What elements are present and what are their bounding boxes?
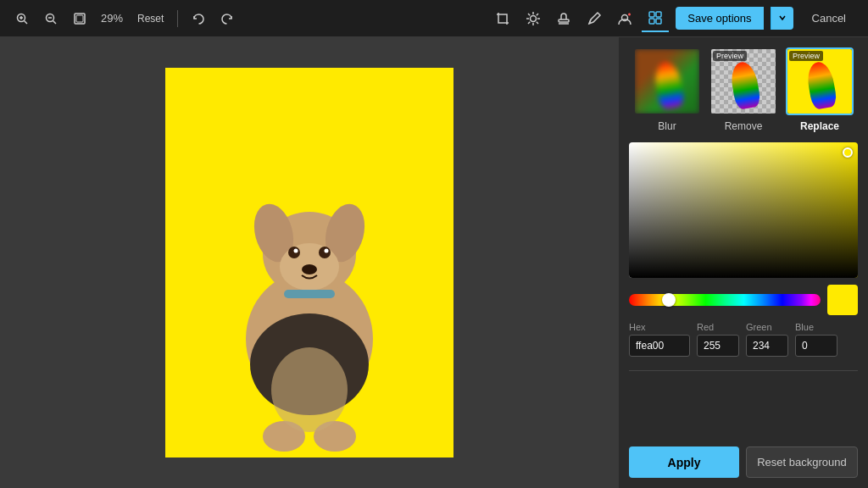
reset-zoom-button[interactable]: Reset	[132, 7, 169, 30]
replace-preview-badge: Preview	[789, 51, 823, 61]
remove-preview-badge: Preview	[713, 51, 747, 61]
svg-rect-26	[649, 19, 654, 24]
hex-input[interactable]	[629, 335, 690, 357]
blur-preset-label: Blur	[658, 120, 676, 132]
color-gradient-box[interactable]	[629, 142, 858, 278]
svg-rect-25	[656, 12, 661, 17]
canvas-area	[0, 37, 618, 488]
svg-line-1	[25, 20, 28, 24]
crop-tool-button[interactable]	[489, 5, 516, 32]
zoom-level: 29%	[97, 12, 127, 25]
red-input[interactable]	[697, 335, 739, 357]
svg-point-36	[324, 249, 328, 253]
undo-button[interactable]	[186, 7, 210, 30]
svg-line-16	[537, 14, 538, 15]
red-input-group: Red	[697, 322, 739, 357]
toolbar-left: 29% Reset	[10, 7, 482, 30]
svg-rect-8	[76, 15, 83, 22]
dog-image	[199, 136, 420, 458]
svg-point-34	[319, 247, 331, 258]
zoom-in-button[interactable]	[10, 7, 34, 30]
color-picker-cursor	[843, 147, 853, 158]
svg-point-35	[293, 249, 298, 253]
hex-label: Hex	[629, 322, 690, 332]
svg-rect-18	[559, 19, 569, 22]
frame-button[interactable]	[68, 7, 92, 30]
replace-preset-image: Preview	[786, 47, 854, 115]
blur-preset-image	[633, 47, 701, 115]
hue-slider-row	[629, 285, 858, 315]
remove-preset[interactable]: Preview Remove	[709, 47, 777, 132]
bottom-buttons: Apply Reset background	[629, 443, 858, 478]
blue-label: Blue	[795, 322, 837, 332]
svg-line-14	[528, 14, 530, 15]
color-swatch	[827, 285, 858, 315]
replace-preset[interactable]: Preview Replace	[786, 47, 854, 132]
hue-thumb	[662, 293, 676, 307]
apply-button[interactable]: Apply	[629, 446, 739, 478]
hue-slider[interactable]	[629, 294, 821, 306]
blue-input[interactable]	[795, 335, 837, 357]
toolbar-right: Save options Cancel	[676, 7, 858, 30]
cancel-button[interactable]: Cancel	[800, 7, 858, 30]
svg-point-9	[531, 15, 537, 21]
color-picker: Hex Red Green Blue	[629, 142, 858, 357]
replace-bg-tool-button[interactable]	[642, 5, 669, 32]
image-canvas	[165, 68, 453, 458]
pen-tool-button[interactable]	[581, 5, 608, 32]
hex-input-group: Hex	[629, 322, 690, 357]
remove-preset-image: Preview	[709, 47, 777, 115]
svg-line-5	[53, 20, 57, 24]
green-label: Green	[746, 322, 788, 332]
save-options-dropdown-button[interactable]	[771, 7, 793, 30]
main-area: Blur Preview Remove Preview Replace	[0, 37, 868, 488]
svg-line-15	[537, 21, 538, 23]
svg-rect-24	[649, 12, 654, 17]
svg-point-33	[288, 247, 300, 258]
remove-preset-label: Remove	[725, 120, 763, 132]
svg-point-37	[302, 264, 317, 274]
green-input[interactable]	[746, 335, 788, 357]
redo-button[interactable]	[215, 7, 239, 30]
red-label: Red	[697, 322, 739, 332]
toolbar-center	[489, 5, 669, 32]
blue-input-group: Blue	[795, 322, 837, 357]
green-input-group: Green	[746, 322, 788, 357]
toolbar-divider	[177, 10, 178, 27]
zoom-out-button[interactable]	[39, 7, 63, 30]
stamp-tool-button[interactable]	[550, 5, 577, 32]
color-inputs-row: Hex Red Green Blue	[629, 322, 858, 357]
svg-rect-27	[656, 19, 661, 24]
svg-rect-41	[284, 290, 335, 298]
presets-row: Blur Preview Remove Preview Replace	[629, 47, 858, 132]
svg-point-42	[271, 347, 348, 432]
blur-preset[interactable]: Blur	[633, 47, 701, 132]
save-options-button[interactable]: Save options	[676, 7, 763, 30]
right-panel: Blur Preview Remove Preview Replace	[618, 37, 868, 488]
replace-preset-label: Replace	[800, 120, 839, 132]
svg-line-17	[528, 21, 530, 23]
panel-divider	[629, 370, 858, 371]
reset-background-button[interactable]: Reset background	[746, 446, 858, 478]
main-toolbar: 29% Reset	[0, 0, 868, 37]
remove-bg-tool-button[interactable]	[611, 5, 638, 32]
brightness-tool-button[interactable]	[520, 5, 547, 32]
